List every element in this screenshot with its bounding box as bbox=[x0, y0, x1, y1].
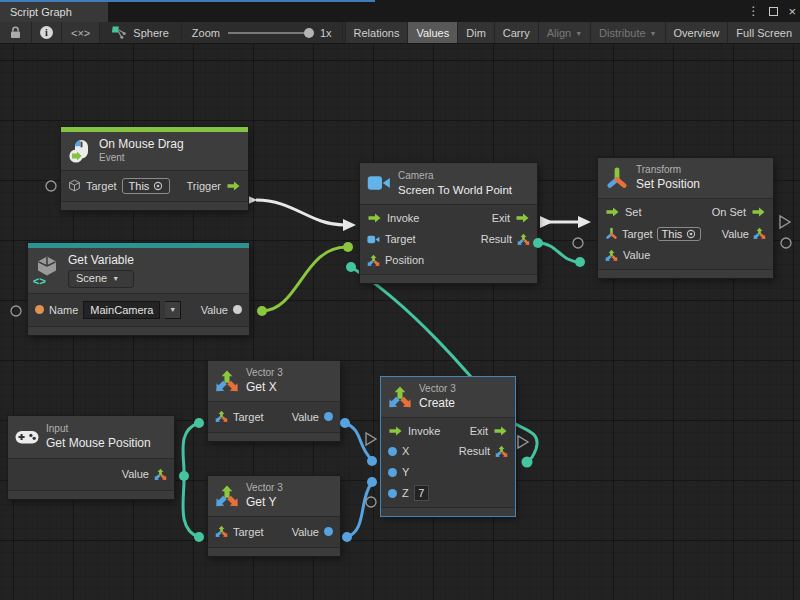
zoom-slider[interactable] bbox=[228, 32, 312, 34]
node-on-mouse-drag[interactable]: On Mouse Drag Event Target This T bbox=[61, 127, 248, 210]
wire-getx-to-x[interactable] bbox=[345, 423, 371, 459]
gamepad-icon bbox=[15, 425, 39, 449]
vector3-port-icon[interactable] bbox=[753, 227, 766, 240]
port-label-target: Target bbox=[233, 526, 264, 538]
variable-brackets-icon: <> bbox=[33, 275, 46, 287]
tab-script-graph[interactable]: Script Graph bbox=[0, 2, 108, 22]
node-category: Vector 3 bbox=[246, 482, 283, 495]
port-label-value: Value bbox=[122, 468, 149, 480]
unconnected-port-indicator[interactable] bbox=[11, 306, 21, 316]
node-get-variable[interactable]: <> Get Variable Scene Name MainCamera▼ V… bbox=[28, 243, 249, 335]
object-picker-icon[interactable] bbox=[153, 181, 163, 191]
name-port[interactable] bbox=[35, 305, 44, 314]
node-category: Vector 3 bbox=[419, 383, 456, 396]
node-footer bbox=[381, 508, 515, 516]
value-port[interactable] bbox=[233, 305, 242, 314]
node-title: On Mouse Drag bbox=[99, 137, 184, 152]
graph-canvas[interactable]: On Mouse Drag Event Target This T bbox=[0, 44, 800, 600]
node-screen-to-world-point[interactable]: Camera Screen To World Point Invoke Exit bbox=[360, 163, 537, 283]
z-port[interactable] bbox=[388, 489, 397, 498]
wire-mouseposition-branch[interactable] bbox=[183, 423, 199, 537]
target-this-chip[interactable]: This bbox=[122, 178, 171, 194]
vector3-port-icon[interactable] bbox=[215, 525, 228, 538]
exit-port-icon[interactable] bbox=[515, 213, 530, 223]
wire-arrowhead bbox=[343, 219, 356, 231]
z-value-field[interactable]: 7 bbox=[414, 485, 429, 501]
node-vector3-get-y[interactable]: Vector 3 Get Y Target Value bbox=[208, 476, 340, 556]
vector3-port-icon[interactable] bbox=[215, 410, 228, 423]
wire-result-to-value[interactable] bbox=[538, 243, 580, 262]
invoke-port-icon[interactable] bbox=[388, 426, 403, 436]
distribute-button[interactable]: Distribute bbox=[591, 22, 664, 43]
vector3-port-icon[interactable] bbox=[495, 445, 508, 458]
port-label-invoke: Invoke bbox=[387, 212, 419, 224]
port-label-on-set: On Set bbox=[712, 206, 746, 218]
wire-trigger-to-invoke[interactable] bbox=[256, 200, 344, 225]
window-menu-icon[interactable]: ⋮ bbox=[747, 4, 759, 18]
x-port[interactable] bbox=[388, 447, 397, 456]
wire-dot bbox=[346, 262, 356, 272]
variable-name-field[interactable]: MainCamera bbox=[83, 301, 160, 319]
wire-gety-to-y[interactable] bbox=[347, 484, 371, 537]
node-vector3-create[interactable]: Vector 3 Create Invoke Exit bbox=[381, 377, 515, 516]
graph-name: Sphere bbox=[133, 27, 168, 39]
carry-button[interactable]: Carry bbox=[495, 22, 538, 43]
variable-scope-dropdown[interactable]: Scene bbox=[68, 270, 134, 288]
port-label-value-out: Value bbox=[722, 228, 749, 240]
code-preview-button[interactable]: <×> bbox=[62, 22, 99, 43]
lock-button[interactable] bbox=[0, 22, 31, 43]
node-get-mouse-position[interactable]: Input Get Mouse Position Value bbox=[8, 416, 174, 499]
node-footer bbox=[598, 270, 773, 278]
wire-dot bbox=[367, 477, 377, 487]
vector3-port-icon[interactable] bbox=[367, 254, 380, 267]
info-button[interactable]: i bbox=[32, 22, 61, 43]
unconnected-port-indicator[interactable] bbox=[781, 238, 791, 248]
fullscreen-button[interactable]: Full Screen bbox=[728, 22, 800, 43]
camera-port-icon[interactable] bbox=[367, 233, 380, 246]
graph-breadcrumb[interactable]: Sphere bbox=[100, 22, 180, 43]
wire-dot bbox=[367, 456, 377, 466]
port-label-value-in: Value bbox=[623, 249, 650, 261]
maximize-icon[interactable] bbox=[769, 7, 778, 16]
invoke-port-icon[interactable] bbox=[367, 213, 382, 223]
unconnected-flow-indicator[interactable] bbox=[518, 436, 528, 448]
dim-button[interactable]: Dim bbox=[458, 22, 494, 43]
unconnected-port-indicator[interactable] bbox=[573, 238, 583, 248]
relations-button[interactable]: Relations bbox=[346, 22, 408, 43]
values-button[interactable]: Values bbox=[408, 22, 457, 43]
align-button[interactable]: Align bbox=[539, 22, 590, 43]
unconnected-flow-indicator[interactable] bbox=[780, 216, 790, 228]
wire-variable-to-target[interactable] bbox=[262, 247, 346, 311]
target-this-chip[interactable]: This bbox=[657, 227, 702, 241]
value-port[interactable] bbox=[324, 412, 333, 421]
node-category: Input bbox=[46, 423, 151, 436]
overview-button[interactable]: Overview bbox=[666, 22, 728, 43]
unconnected-port-indicator[interactable] bbox=[366, 497, 376, 507]
value-port[interactable] bbox=[324, 527, 333, 536]
set-port-icon[interactable] bbox=[605, 207, 620, 217]
camera-icon bbox=[367, 171, 391, 195]
on-set-port-icon[interactable] bbox=[751, 207, 766, 217]
trigger-port-icon[interactable] bbox=[226, 181, 241, 191]
close-icon[interactable]: × bbox=[788, 4, 796, 19]
vector3-port-icon[interactable] bbox=[605, 249, 618, 262]
vector3-port-icon[interactable] bbox=[517, 233, 530, 246]
wire-dot bbox=[343, 242, 353, 252]
object-picker-icon[interactable] bbox=[686, 229, 696, 239]
node-title: Set Position bbox=[636, 177, 700, 192]
port-label-trigger: Trigger bbox=[187, 180, 221, 192]
wire-dot bbox=[575, 257, 585, 267]
variable-name-dropdown-icon[interactable]: ▼ bbox=[165, 301, 181, 319]
gameobject-cube-icon[interactable] bbox=[68, 179, 81, 192]
transform-port-icon[interactable] bbox=[605, 227, 618, 240]
unconnected-flow-indicator[interactable] bbox=[366, 433, 376, 445]
node-title: Create bbox=[419, 396, 456, 411]
exit-port-icon[interactable] bbox=[493, 426, 508, 436]
node-set-position[interactable]: Transform Set Position Set On Set bbox=[598, 158, 773, 278]
zoom-slider-knob[interactable] bbox=[304, 28, 314, 38]
y-port[interactable] bbox=[388, 468, 397, 477]
unconnected-port-indicator[interactable] bbox=[46, 181, 56, 191]
node-vector3-get-x[interactable]: Vector 3 Get X Target Value bbox=[208, 361, 340, 441]
vector3-port-icon[interactable] bbox=[154, 468, 167, 481]
toolbar-spacer bbox=[343, 22, 345, 43]
